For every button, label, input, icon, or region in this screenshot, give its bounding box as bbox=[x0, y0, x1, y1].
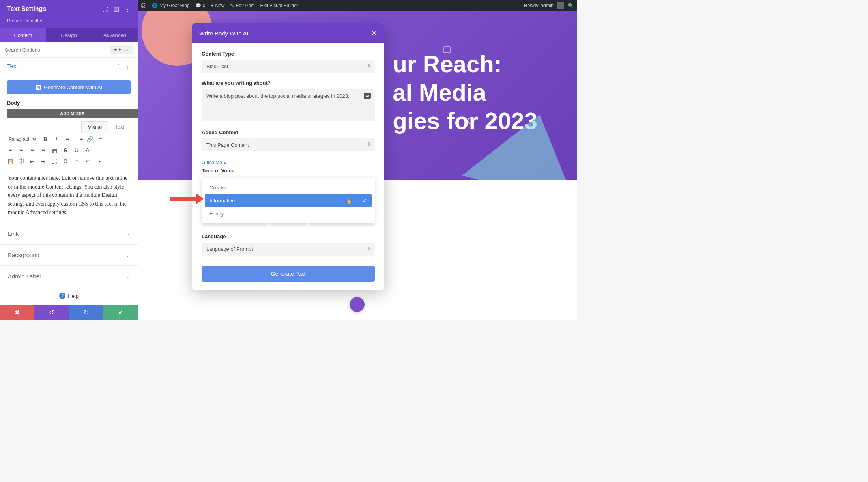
fullscreen-icon[interactable]: ⛶ bbox=[51, 158, 58, 164]
help-icon: ? bbox=[59, 293, 65, 299]
admin-label-section[interactable]: Admin Label⌄ bbox=[0, 265, 138, 287]
layout-icon[interactable]: ▥ bbox=[114, 6, 119, 13]
tab-content[interactable]: Content bbox=[0, 28, 46, 42]
undo-icon[interactable]: ↶ bbox=[84, 158, 91, 164]
focus-icon[interactable]: ⛶ bbox=[102, 6, 108, 13]
search-row: + Filter bbox=[0, 42, 138, 58]
filter-button[interactable]: + Filter bbox=[110, 45, 133, 54]
confirm-button[interactable]: ✔ bbox=[103, 305, 138, 320]
tab-advanced[interactable]: Advanced bbox=[92, 28, 138, 42]
exit-builder-link[interactable]: Exit Visual Builder bbox=[260, 3, 298, 8]
sidebar-tabs: Content Design Advanced bbox=[0, 28, 138, 42]
italic-icon[interactable]: I bbox=[53, 136, 60, 142]
chevron-down-icon: ⌄ bbox=[125, 231, 130, 237]
search-icon[interactable]: 🔍 bbox=[568, 3, 574, 8]
content-type-label: Content Type bbox=[202, 51, 375, 57]
fab-more-button[interactable]: ⋯ bbox=[350, 297, 365, 312]
language-label: Language bbox=[202, 234, 375, 239]
comments-link[interactable]: 💬 0 bbox=[195, 3, 206, 8]
tone-option-creative[interactable]: Creative bbox=[205, 181, 372, 194]
bold-icon[interactable]: B bbox=[42, 136, 49, 142]
guide-me-link[interactable]: Guide Me ▴ bbox=[202, 160, 226, 165]
link-section[interactable]: Link⌄ bbox=[0, 223, 138, 244]
paste-icon[interactable]: 📋 bbox=[7, 158, 13, 164]
align-justify-icon[interactable]: ≡ bbox=[40, 147, 47, 153]
cursor-icon: 👆 bbox=[346, 198, 352, 204]
kebab-icon[interactable]: ⋮ bbox=[124, 62, 131, 70]
align-right-icon[interactable]: ≡ bbox=[29, 147, 36, 153]
strike-icon[interactable]: S bbox=[62, 147, 69, 153]
text-section-header[interactable]: Text ⌃ ⋮ bbox=[0, 58, 138, 75]
settings-sidebar: Text Settings ⛶ ▥ ⋮ Preset: Default ▾ Co… bbox=[0, 0, 138, 305]
editor-mode-tabs: Visual Text bbox=[7, 121, 131, 133]
chevron-up-icon: ⌃ bbox=[116, 64, 120, 69]
edit-post-link[interactable]: ✎ Edit Post bbox=[230, 3, 254, 8]
search-input[interactable] bbox=[5, 47, 110, 53]
tone-option-informative[interactable]: Informative 👆 ✓ bbox=[205, 194, 372, 207]
about-label: What are you writing about? bbox=[202, 80, 375, 86]
cancel-button[interactable]: ✖ bbox=[0, 305, 34, 320]
quote-icon[interactable]: ❝ bbox=[97, 136, 104, 142]
redo-icon[interactable]: ↷ bbox=[95, 158, 102, 164]
modal-title: Write Body With AI bbox=[199, 30, 249, 37]
tab-text[interactable]: Text bbox=[108, 121, 131, 133]
generate-text-button[interactable]: Generate Text bbox=[202, 266, 375, 282]
help-link[interactable]: ?Help bbox=[0, 287, 138, 305]
redo-button[interactable]: ↻ bbox=[69, 305, 103, 320]
align-center-icon[interactable]: ≡ bbox=[18, 147, 24, 153]
clear-icon[interactable]: Ⓣ bbox=[18, 158, 24, 164]
site-name[interactable]: 🌐 My Great Blog bbox=[152, 3, 190, 8]
add-media-button[interactable]: ADD MEDIA bbox=[7, 109, 138, 118]
wp-admin-bar: 🌐 My Great Blog 💬 0 + New ✎ Edit Post Ex… bbox=[138, 0, 577, 11]
chevron-down-icon: ⌄ bbox=[125, 273, 130, 279]
ai-modal: Write Body With AI ✕ Content Type Blog P… bbox=[192, 23, 384, 290]
editor-toolbar: Paragraph B I ≡ ⋮≡ 🔗 ❝ ≡ ≡ ≡ ≡ ▦ S U A 📋… bbox=[0, 133, 138, 168]
annotation-arrow bbox=[170, 197, 197, 201]
about-textarea[interactable]: Write a blog post about the top social m… bbox=[202, 89, 375, 121]
language-select[interactable]: Language of Prompt bbox=[202, 243, 375, 256]
body-editor[interactable]: Your content goes here. Edit or remove t… bbox=[7, 170, 131, 220]
link-icon[interactable]: 🔗 bbox=[86, 136, 93, 142]
bullet-list-icon[interactable]: ≡ bbox=[64, 136, 71, 142]
format-select[interactable]: Paragraph bbox=[7, 136, 37, 142]
content-type-select[interactable]: Blog Post bbox=[202, 60, 375, 73]
ai-badge-icon: AI bbox=[36, 85, 41, 90]
tab-design[interactable]: Design bbox=[46, 28, 92, 42]
howdy-text[interactable]: Howdy, admin bbox=[524, 3, 554, 8]
new-link[interactable]: + New bbox=[211, 3, 224, 8]
body-label: Body bbox=[0, 94, 138, 109]
preset-label[interactable]: Preset: Default ▾ bbox=[0, 18, 138, 28]
number-list-icon[interactable]: ⋮≡ bbox=[75, 136, 82, 142]
undo-button[interactable]: ↺ bbox=[34, 305, 69, 320]
ai-badge-icon[interactable]: AI bbox=[364, 93, 371, 99]
context-select[interactable]: This Page Content bbox=[202, 138, 375, 151]
sidebar-header: Text Settings ⛶ ▥ ⋮ bbox=[0, 0, 138, 18]
special-char-icon[interactable]: Ω bbox=[62, 158, 69, 164]
background-section[interactable]: Background⌄ bbox=[0, 244, 138, 265]
textcolor-icon[interactable]: A bbox=[84, 147, 91, 153]
tone-dropdown: Creative Informative 👆 ✓ Funny bbox=[202, 178, 375, 223]
sidebar-action-bar: ✖ ↺ ↻ ✔ bbox=[0, 305, 138, 320]
align-left-icon[interactable]: ≡ bbox=[7, 147, 13, 153]
kebab-icon[interactable]: ⋮ bbox=[125, 6, 131, 13]
close-icon[interactable]: ✕ bbox=[371, 29, 377, 37]
user-avatar[interactable] bbox=[557, 2, 564, 9]
underline-icon[interactable]: U bbox=[73, 147, 80, 153]
tab-visual[interactable]: Visual bbox=[81, 121, 108, 133]
svg-point-0 bbox=[141, 3, 146, 8]
chevron-down-icon: ⌄ bbox=[125, 252, 130, 258]
hero-triangle-shape bbox=[462, 99, 577, 180]
context-label: Added Context bbox=[202, 129, 375, 135]
modal-header: Write Body With AI ✕ bbox=[192, 23, 384, 43]
wp-logo-icon[interactable] bbox=[141, 3, 146, 8]
emoji-icon[interactable]: ☺ bbox=[73, 158, 80, 164]
table-icon[interactable]: ▦ bbox=[51, 147, 58, 153]
tone-label: Tone of Voice bbox=[202, 168, 375, 174]
check-icon: ✓ bbox=[363, 198, 367, 204]
indent-icon[interactable]: ⇥ bbox=[40, 158, 47, 164]
tone-option-funny[interactable]: Funny bbox=[205, 207, 372, 220]
generate-content-ai-button[interactable]: AI Generate Content With AI bbox=[7, 80, 131, 94]
outdent-icon[interactable]: ⇤ bbox=[29, 158, 36, 164]
sidebar-title: Text Settings bbox=[7, 6, 46, 13]
